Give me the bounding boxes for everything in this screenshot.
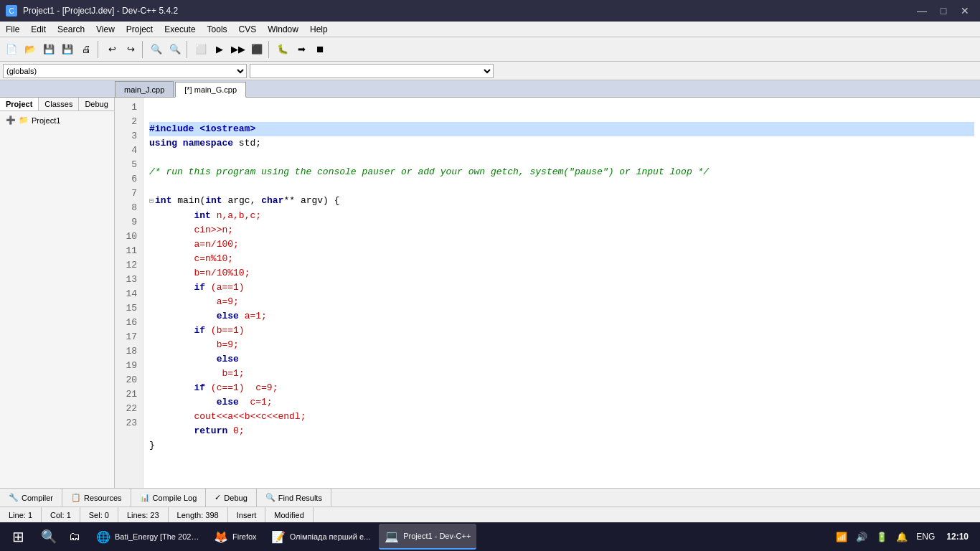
tree-item-project[interactable]: ➕ 📁 Project1	[3, 114, 111, 126]
code-line-17: else	[149, 352, 974, 367]
new-file-button[interactable]: 📄	[3, 41, 20, 58]
redo-button[interactable]: ↪	[122, 41, 139, 58]
undo-button[interactable]: ↩	[103, 41, 121, 58]
taskbar-app----------------------[interactable]: 📝Олімпіада перший е...	[265, 524, 377, 550]
maximize-button[interactable]: □	[934, 4, 953, 18]
line-number-15: 15	[121, 301, 137, 316]
taskbar-app-project1---dev-c--[interactable]: 💻Project1 - Dev-C++	[379, 524, 476, 550]
tab-main_Jcpp[interactable]: main_J.cpp	[115, 81, 174, 97]
project-label: Project1	[32, 116, 60, 125]
stop-button[interactable]: ⬛	[248, 41, 265, 58]
compile-button[interactable]: ⬜	[192, 41, 209, 58]
expand-icon: ➕	[6, 116, 16, 125]
window-controls[interactable]: — □ ✕	[913, 4, 974, 18]
code-line-11: b=n/10%10;	[149, 266, 974, 281]
code-line-20: else c=1;	[149, 395, 974, 410]
close-button[interactable]: ✕	[956, 4, 974, 18]
line-number-23: 23	[121, 416, 137, 430]
start-button[interactable]: ⊞	[0, 522, 36, 551]
open-button[interactable]: 📂	[22, 41, 39, 58]
replace-button[interactable]: 🔍	[166, 41, 184, 58]
menu-item-window[interactable]: Window	[262, 22, 304, 37]
code-line-14: else a=1;	[149, 309, 974, 324]
app-icon: C	[6, 5, 17, 17]
status-sel: Sel: 0	[80, 507, 118, 522]
code-line-1: #include <iostream>	[149, 122, 974, 136]
code-editor[interactable]: 1234567891011121314151617181920212223 #i…	[115, 98, 980, 488]
menu-item-tools[interactable]: Tools	[202, 22, 233, 37]
menu-item-execute[interactable]: Execute	[159, 22, 201, 37]
find-button[interactable]: 🔍	[148, 41, 165, 58]
menu-item-cvs[interactable]: CVS	[233, 22, 263, 37]
code-line-16: b=9;	[149, 338, 974, 352]
line-numbers: 1234567891011121314151617181920212223	[115, 98, 143, 488]
minimize-button[interactable]: —	[913, 4, 931, 18]
sidebar-tab-project[interactable]: Project	[0, 98, 39, 110]
print-button[interactable]: 🖨	[77, 41, 95, 58]
main-area: ProjectClassesDebug ➕ 📁 Project1 1234567…	[0, 98, 980, 488]
taskbar-app-bati-energy--the-2020---[interactable]: 🌐Bati_Energy [The 2020...	[90, 524, 205, 550]
menu-item-project[interactable]: Project	[121, 22, 159, 37]
code-line-4: /* run this program using the console pa…	[149, 165, 974, 179]
sidebar-tab-classes[interactable]: Classes	[39, 98, 79, 110]
compile log-icon: 📊	[140, 493, 150, 502]
bottom-tab-find-results[interactable]: 🔍Find Results	[257, 489, 331, 507]
network-icon[interactable]: 📶	[833, 532, 850, 542]
line-number-13: 13	[121, 273, 137, 287]
code-line-21: cout<<a<<b<<c<<endl;	[149, 410, 974, 424]
debug-icon: ✓	[215, 493, 221, 502]
line-number-20: 20	[121, 373, 137, 387]
status-line: Line: 1	[0, 507, 42, 522]
save-button[interactable]: 💾	[40, 41, 57, 58]
code-line-9: a=n/100;	[149, 237, 974, 252]
tab-bar: main_J.cpp[*] main_G.cpp	[0, 80, 980, 98]
line-number-14: 14	[121, 287, 137, 301]
globals-dropdown[interactable]: (globals)	[3, 64, 247, 78]
menu-item-help[interactable]: Help	[304, 22, 334, 37]
bottom-tab-compile-log[interactable]: 📊Compile Log	[131, 489, 207, 507]
line-number-12: 12	[121, 258, 137, 273]
line-number-1: 1	[121, 100, 137, 115]
battery-icon[interactable]: 🔋	[873, 532, 890, 542]
taskbar-app-firefox[interactable]: 🦊Firefox	[208, 524, 263, 550]
separator-3	[187, 41, 189, 58]
code-line-23: }	[149, 438, 974, 453]
code-line-19: if (c==1) c=9;	[149, 381, 974, 395]
task-view-button[interactable]: 🗂	[63, 525, 86, 548]
compile-run-button[interactable]: ▶▶	[230, 41, 247, 58]
bottom-tab-debug[interactable]: ✓Debug	[206, 489, 256, 507]
functions-dropdown[interactable]	[250, 64, 494, 78]
menu-item-view[interactable]: View	[90, 22, 121, 37]
bottom-tab-compiler[interactable]: 🔧Compiler	[0, 489, 62, 507]
sidebar: ProjectClassesDebug ➕ 📁 Project1	[0, 98, 115, 488]
menu-item-edit[interactable]: Edit	[25, 22, 52, 37]
code-line-13: a=9;	[149, 295, 974, 309]
search-button[interactable]: 🔍	[37, 525, 60, 548]
title-bar-left: C Project1 - [ProjectJ.dev] - Dev-C++ 5.…	[6, 5, 178, 17]
line-number-18: 18	[121, 344, 137, 359]
code-line-15: if (b==1)	[149, 324, 974, 338]
line-number-11: 11	[121, 244, 137, 258]
sidebar-tab-debug[interactable]: Debug	[79, 98, 114, 110]
code-line-5	[149, 179, 974, 194]
line-number-3: 3	[121, 129, 137, 143]
code-line-12: if (a==1)	[149, 281, 974, 295]
notifications-icon[interactable]: 🔔	[893, 532, 910, 542]
volume-icon[interactable]: 🔊	[853, 532, 870, 542]
tab-main_Gcpp[interactable]: [*] main_G.cpp	[175, 82, 246, 98]
code-content[interactable]: #include <iostream>using namespace std; …	[143, 98, 980, 488]
save-all-button[interactable]: 💾	[59, 41, 76, 58]
code-area: 1234567891011121314151617181920212223 #i…	[115, 98, 980, 488]
separator-2	[142, 41, 145, 58]
bottom-tab-resources[interactable]: 📋Resources	[62, 489, 131, 507]
status-modified: Modified	[265, 507, 314, 522]
code-line-6: ⊟int main(int argc, char** argv) {	[149, 194, 974, 209]
debug-button[interactable]: 🐛	[274, 41, 291, 58]
stop-debug-button[interactable]: ⏹	[311, 41, 329, 58]
step-button[interactable]: ➡	[293, 41, 310, 58]
run-button[interactable]: ▶	[211, 41, 228, 58]
separator-4	[268, 41, 271, 58]
clock-time: 12:10	[946, 532, 969, 542]
menu-item-search[interactable]: Search	[52, 22, 90, 37]
menu-item-file[interactable]: File	[0, 22, 25, 37]
